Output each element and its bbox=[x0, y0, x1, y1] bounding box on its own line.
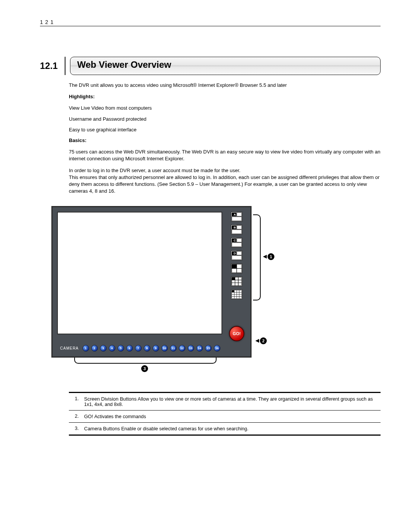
camera-bar-label: CAMERA bbox=[60, 346, 79, 350]
legend-number: 1. bbox=[71, 396, 79, 407]
legend-row: 1. Screen Division Buttons Allow you to … bbox=[69, 393, 381, 411]
basics-paragraph: This ensures that only authorized person… bbox=[69, 174, 381, 195]
camera-button-9[interactable]: 9 bbox=[153, 345, 159, 351]
svg-rect-23 bbox=[238, 277, 242, 280]
svg-rect-6 bbox=[232, 230, 242, 234]
camera-button-1[interactable]: 1 bbox=[83, 345, 89, 351]
content-block: The DVR unit allows you to access video … bbox=[69, 82, 381, 195]
basics-paragraph: In order to log in to the DVR server, a … bbox=[69, 167, 381, 174]
highlight-item: Username and Password protected bbox=[69, 116, 381, 123]
bracket-icon bbox=[74, 358, 217, 364]
callout-marker-1: 1 bbox=[268, 253, 274, 260]
bracket-icon bbox=[253, 214, 261, 300]
svg-rect-25 bbox=[235, 280, 239, 283]
camera-button-5[interactable]: 5 bbox=[118, 345, 124, 351]
camera-button-6[interactable]: 6 bbox=[126, 345, 133, 351]
camera-button-3[interactable]: 3 bbox=[100, 345, 107, 351]
go-button[interactable]: GO! bbox=[229, 326, 244, 341]
svg-rect-22 bbox=[235, 277, 239, 280]
arrow-left-icon bbox=[255, 339, 259, 343]
svg-text:A: A bbox=[234, 213, 236, 216]
svg-rect-24 bbox=[232, 280, 235, 283]
division-button-3x3[interactable] bbox=[231, 276, 242, 286]
camera-button-14[interactable]: 14 bbox=[196, 345, 203, 351]
svg-rect-19 bbox=[237, 268, 242, 273]
legend-desc: Enable or disable selected cameras for u… bbox=[121, 426, 248, 431]
legend-table: 1. Screen Division Buttons Allow you to … bbox=[69, 392, 381, 436]
svg-rect-9 bbox=[237, 238, 242, 242]
svg-text:B: B bbox=[234, 226, 236, 229]
svg-rect-14 bbox=[232, 256, 242, 260]
svg-rect-30 bbox=[232, 277, 235, 280]
division-button-b[interactable]: B bbox=[231, 225, 242, 235]
legend-term: GO! bbox=[84, 414, 93, 419]
intro-text: The DVR unit allows you to access video … bbox=[69, 82, 381, 89]
legend-number: 3. bbox=[71, 426, 79, 431]
screen-division-panel: A B C D bbox=[227, 212, 247, 299]
svg-rect-1 bbox=[237, 212, 242, 216]
legend-row: 2. GO! Activates the commands bbox=[69, 411, 381, 423]
section-header: 12.1 Web Viewer Overview bbox=[40, 57, 381, 75]
legend-desc: Activates the commands bbox=[94, 414, 146, 419]
svg-rect-17 bbox=[237, 264, 242, 268]
division-button-a[interactable]: A bbox=[231, 212, 242, 222]
camera-button-11[interactable]: 11 bbox=[170, 345, 177, 351]
legend-number: 2. bbox=[71, 414, 79, 419]
division-button-c[interactable]: C bbox=[231, 238, 242, 248]
camera-button-15[interactable]: 15 bbox=[205, 345, 212, 351]
arrow-left-icon bbox=[263, 255, 267, 259]
web-viewer-window: A B C D bbox=[51, 206, 252, 358]
camera-button-8[interactable]: 8 bbox=[144, 345, 150, 351]
basics-heading: Basics: bbox=[69, 137, 381, 144]
camera-button-2[interactable]: 2 bbox=[91, 345, 98, 351]
section-number: 12.1 bbox=[40, 57, 65, 75]
camera-button-16[interactable]: 16 bbox=[214, 345, 220, 351]
svg-rect-26 bbox=[238, 280, 242, 283]
section-title: Web Viewer Overview bbox=[70, 57, 381, 75]
camera-button-13[interactable]: 13 bbox=[188, 345, 194, 351]
callout-marker-2: 2 bbox=[260, 337, 267, 344]
svg-rect-38 bbox=[232, 290, 234, 292]
division-button-4x4[interactable] bbox=[231, 289, 242, 299]
svg-rect-28 bbox=[235, 283, 239, 286]
svg-text:C: C bbox=[234, 239, 236, 242]
division-button-2x2[interactable] bbox=[231, 264, 242, 273]
svg-rect-10 bbox=[232, 243, 242, 247]
camera-button-10[interactable]: 10 bbox=[161, 345, 168, 351]
camera-button-4[interactable]: 4 bbox=[109, 345, 115, 351]
legend-row: 3. Camera Buttons Enable or disable sele… bbox=[69, 423, 381, 435]
division-button-d[interactable]: D bbox=[231, 251, 242, 260]
svg-rect-18 bbox=[232, 268, 237, 273]
svg-rect-29 bbox=[238, 283, 242, 286]
video-display-area bbox=[57, 212, 222, 334]
page-number: 121 bbox=[40, 19, 381, 26]
camera-button-12[interactable]: 12 bbox=[179, 345, 185, 351]
highlights-heading: Highlights: bbox=[69, 93, 381, 100]
camera-button-7[interactable]: 7 bbox=[135, 345, 142, 351]
svg-rect-13 bbox=[237, 251, 242, 255]
svg-rect-20 bbox=[232, 264, 237, 268]
svg-text:D: D bbox=[234, 252, 236, 255]
legend-term: Camera Buttons bbox=[84, 426, 120, 431]
viewer-figure: A B C D bbox=[51, 206, 381, 358]
svg-rect-27 bbox=[232, 283, 235, 286]
svg-rect-5 bbox=[237, 225, 242, 229]
svg-rect-2 bbox=[232, 217, 242, 221]
highlight-item: Easy to use graphical interface bbox=[69, 126, 381, 133]
highlight-item: View Live Video from most computers bbox=[69, 105, 381, 112]
legend-term: Screen Division Buttons bbox=[84, 396, 137, 402]
camera-bar: CAMERA 1 2 3 4 5 6 7 8 9 10 11 12 13 14 … bbox=[57, 343, 228, 353]
basics-paragraph: 75 users can access the Web DVR simultan… bbox=[69, 149, 381, 162]
